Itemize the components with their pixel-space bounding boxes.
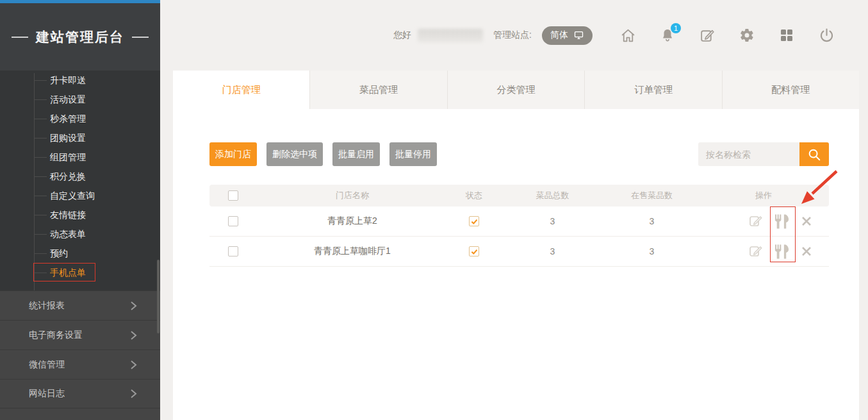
table-row-1: 青青原上草233 <box>209 206 829 237</box>
table-header-row: 门店名称状态菜品总数在售菜品数操作 <box>209 185 829 206</box>
sidebar-item-8[interactable]: 友情链接 <box>0 205 160 224</box>
sidebar-item-label: 团购设置 <box>50 133 86 143</box>
gear-icon <box>739 28 755 43</box>
search-icon <box>807 147 821 162</box>
toolbar-button-2[interactable]: 删除选中项 <box>266 142 323 166</box>
store-table: 门店名称状态菜品总数在售菜品数操作 青青原上草233青青原上草咖啡厅133 <box>209 185 829 267</box>
sidebar-section-2[interactable]: 电子商务设置 <box>0 320 160 349</box>
sidebar-section-4[interactable]: 网站日志 <box>0 379 160 408</box>
logo: 建站管理后台 <box>0 3 160 71</box>
sidebar-item-9[interactable]: 动态表单 <box>0 224 160 244</box>
sidebar-scrollbar[interactable] <box>157 260 160 333</box>
sidebar-item-11[interactable]: 手机点单 <box>0 263 160 282</box>
sidebar-section-label: 统计报表 <box>29 300 65 312</box>
power-icon <box>819 28 835 44</box>
tree-tick-icon <box>34 215 47 215</box>
dish-total: 3 <box>500 216 605 226</box>
search-input[interactable] <box>698 142 799 166</box>
chevron-right-icon <box>130 330 137 340</box>
tab-3[interactable]: 分类管理 <box>447 71 584 109</box>
sidebar-item-label: 预约 <box>50 248 68 258</box>
sidebar-item-6[interactable]: 积分兑换 <box>0 167 160 186</box>
tab-5[interactable]: 配料管理 <box>722 71 859 109</box>
delete-button[interactable] <box>801 215 812 227</box>
sidebar-item-label: 友情链接 <box>50 210 86 220</box>
store-name: 青青原上草咖啡厅1 <box>256 246 448 257</box>
settings-button[interactable] <box>739 27 755 44</box>
sidebar-item-5[interactable]: 组团管理 <box>0 147 160 167</box>
notifications-button[interactable]: 1 <box>659 27 676 44</box>
home-icon <box>620 28 636 44</box>
tree-tick-icon <box>34 119 47 119</box>
logout-button[interactable] <box>818 27 835 44</box>
select-all-checkbox[interactable] <box>228 190 238 201</box>
column-header: 在售菜品数 <box>605 190 698 201</box>
sidebar-item-label: 自定义查询 <box>50 190 95 201</box>
column-header: 门店名称 <box>256 190 448 201</box>
logo-title: 建站管理后台 <box>36 28 124 46</box>
row-select-checkbox[interactable] <box>228 216 238 226</box>
sidebar-item-label: 活动设置 <box>50 94 86 105</box>
sidebar-section-3[interactable]: 微信管理 <box>0 349 160 379</box>
row-select-checkbox[interactable] <box>228 246 238 256</box>
username-redacted <box>418 29 483 42</box>
sidebar-item-4[interactable]: 团购设置 <box>0 128 160 147</box>
sidebar-item-7[interactable]: 自定义查询 <box>0 186 160 205</box>
tree-tick-icon <box>34 138 47 139</box>
logo-dash-left <box>12 37 28 38</box>
dish-on-sale: 3 <box>605 216 698 226</box>
chevron-right-icon <box>130 389 137 399</box>
sidebar-item-label: 动态表单 <box>50 229 86 239</box>
sidebar-item-label: 积分兑换 <box>50 171 86 181</box>
dish-total: 3 <box>500 246 605 256</box>
toolbar-button-1[interactable]: 添加门店 <box>209 142 257 166</box>
sidebar-item-label: 升卡即送 <box>50 75 86 85</box>
sidebar-item-label: 组团管理 <box>50 152 86 162</box>
language-button[interactable]: 简体 <box>542 26 593 45</box>
home-button[interactable] <box>619 27 636 44</box>
toolbar-button-4[interactable]: 批量停用 <box>389 142 437 166</box>
edit-button[interactable] <box>749 244 763 258</box>
compose-button[interactable] <box>699 27 716 44</box>
status-checkbox[interactable] <box>469 246 479 256</box>
dish-manage-button[interactable] <box>773 214 790 230</box>
tab-4[interactable]: 订单管理 <box>584 71 721 109</box>
dish-manage-button[interactable] <box>773 244 790 260</box>
column-header: 菜品总数 <box>500 190 605 201</box>
sidebar-item-2[interactable]: 活动设置 <box>0 90 160 109</box>
main-panel: 门店管理菜品管理分类管理订单管理配料管理 添加门店删除选中项批量启用批量停用 门… <box>173 71 859 420</box>
search-button[interactable] <box>799 142 829 166</box>
tree-tick-icon <box>34 234 47 235</box>
logo-dash-right <box>132 37 149 38</box>
sidebar-section-1[interactable]: 统计报表 <box>0 290 160 320</box>
sidebar-item-3[interactable]: 秒杀管理 <box>0 109 160 128</box>
tree-tick-icon <box>34 253 47 254</box>
compose-icon <box>700 28 716 44</box>
store-name: 青青原上草2 <box>256 215 448 227</box>
manage-site-label: 管理站点: <box>493 29 532 41</box>
sidebar-item-label: 秒杀管理 <box>50 113 86 124</box>
tree-tick-icon <box>34 80 47 81</box>
chevron-right-icon <box>130 301 137 311</box>
sidebar-section-label: 微信管理 <box>29 359 65 371</box>
grid-icon <box>780 28 794 42</box>
language-label: 简体 <box>550 29 568 41</box>
tree-tick-icon <box>34 196 47 196</box>
topbar: 您好 管理站点: 简体 <box>160 3 868 67</box>
column-header: 操作 <box>698 190 829 201</box>
sidebar-submenu: 升卡即送活动设置秒杀管理团购设置组团管理积分兑换自定义查询友情链接动态表单预约手… <box>0 71 160 290</box>
status-checkbox[interactable] <box>469 216 479 226</box>
toolbar-button-3[interactable]: 批量启用 <box>332 142 380 166</box>
tab-1[interactable]: 门店管理 <box>173 71 309 109</box>
sidebar-item-10[interactable]: 预约 <box>0 244 160 263</box>
table-row-2: 青青原上草咖啡厅133 <box>209 237 829 267</box>
user-cluster: 您好 管理站点: 简体 <box>393 26 593 45</box>
sidebar-item-1[interactable]: 升卡即送 <box>0 71 160 90</box>
tree-tick-icon <box>34 176 47 177</box>
tree-tick-icon <box>34 157 47 158</box>
apps-grid-button[interactable] <box>778 27 795 44</box>
delete-button[interactable] <box>801 246 812 257</box>
tab-2[interactable]: 菜品管理 <box>309 71 446 109</box>
app-window: 建站管理后台 升卡即送活动设置秒杀管理团购设置组团管理积分兑换自定义查询友情链接… <box>0 0 868 420</box>
edit-button[interactable] <box>749 214 763 228</box>
